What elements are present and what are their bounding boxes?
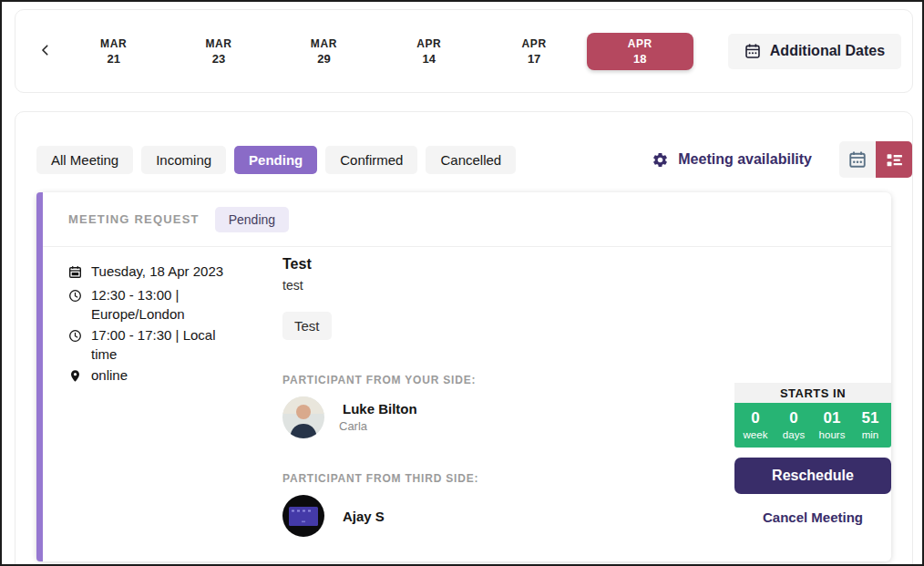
- meeting-tag: Test: [282, 312, 332, 340]
- countdown-timer: 0 week 0 days 01 hours 51 min: [734, 403, 891, 448]
- card-accent-bar: [36, 192, 43, 561]
- participant-name: Ajay S: [343, 509, 385, 524]
- cancel-meeting-link[interactable]: Cancel Meeting: [734, 509, 891, 525]
- meeting-request-label: MEETING REQUEST: [68, 212, 200, 226]
- meeting-request-card: MEETING REQUEST Pending Tuesday, 18 Apr …: [36, 192, 891, 561]
- meeting-date-row: Tuesday, 18 Apr 2023: [68, 262, 240, 284]
- meeting-location-row: online: [68, 365, 240, 388]
- date-day: 14: [423, 52, 436, 66]
- countdown-label: min: [851, 429, 889, 440]
- date-day: 23: [212, 52, 225, 66]
- date-month: MAR: [100, 37, 127, 50]
- countdown-value: 0: [736, 409, 775, 427]
- date-month: MAR: [205, 37, 231, 50]
- countdown-value: 0: [775, 409, 813, 427]
- clock-icon: [68, 288, 83, 324]
- date-tab-apr-17[interactable]: APR 17: [481, 26, 586, 77]
- view-toggle: [839, 141, 912, 178]
- date-day: 18: [633, 52, 646, 66]
- countdown-min: 51 min: [851, 409, 889, 440]
- participant-name: Luke Bilton: [343, 401, 417, 417]
- starts-in-header: STARTS IN: [734, 383, 891, 403]
- tab-confirmed[interactable]: Confirmed: [325, 146, 417, 174]
- calendar-icon: [744, 43, 761, 59]
- date-month: APR: [522, 37, 547, 50]
- date-tab-mar-29[interactable]: MAR 29: [272, 26, 376, 77]
- meeting-time-primary: 12:30 - 13:00 | Europe/London: [91, 285, 240, 324]
- your-side-label: PARTICIPANT FROM YOUR SIDE:: [282, 374, 674, 386]
- countdown-label: hours: [813, 429, 851, 440]
- meeting-subtitle: test: [282, 278, 674, 293]
- date-month: MAR: [311, 37, 337, 50]
- date-tab-mar-23[interactable]: MAR 23: [166, 26, 271, 77]
- additional-dates-label: Additional Dates: [770, 43, 885, 59]
- countdown-days: 0 days: [775, 409, 813, 440]
- countdown-value: 01: [813, 409, 851, 427]
- chevron-left-icon: [39, 44, 52, 59]
- meeting-local-time-row: 17:00 - 17:30 | Local time: [68, 325, 240, 365]
- countdown-hours: 01 hours: [813, 409, 851, 440]
- participant-subtitle: Carla: [339, 419, 417, 433]
- meeting-title: Test: [282, 256, 674, 273]
- additional-dates-button[interactable]: Additional Dates: [728, 34, 901, 69]
- clock-icon: [68, 328, 83, 365]
- calendar-icon: [68, 264, 83, 284]
- date-day: 21: [107, 52, 119, 66]
- list-view-icon: [886, 151, 903, 169]
- calendar-view-icon: [848, 150, 867, 169]
- countdown-label: week: [736, 429, 775, 440]
- date-month: APR: [416, 37, 441, 50]
- status-badge: Pending: [215, 207, 289, 232]
- tab-all-meeting[interactable]: All Meeting: [36, 146, 133, 174]
- date-navigation-bar: MAR 21 MAR 23 MAR 29 APR 14 APR 17 APR 1…: [15, 9, 913, 93]
- meeting-date: Tuesday, 18 Apr 2023: [91, 262, 223, 284]
- meeting-time-local: 17:00 - 17:30 | Local time: [91, 325, 240, 365]
- meeting-info: Test test Test PARTICIPANT FROM YOUR SID…: [282, 256, 674, 537]
- third-side-label: PARTICIPANT FROM THIRD SIDE:: [282, 472, 674, 485]
- avatar-ajay-s: [282, 495, 324, 537]
- calendar-view-button[interactable]: [839, 141, 876, 178]
- meeting-location: online: [91, 365, 128, 388]
- tab-incoming[interactable]: Incoming: [141, 146, 226, 174]
- list-view-button[interactable]: [876, 141, 912, 178]
- location-pin-icon: [68, 368, 83, 388]
- tab-pending[interactable]: Pending: [234, 146, 317, 174]
- tab-cancelled[interactable]: Cancelled: [426, 146, 516, 174]
- date-tab-apr-14[interactable]: APR 14: [376, 26, 481, 77]
- countdown-week: 0 week: [736, 409, 775, 440]
- date-month: APR: [628, 37, 652, 50]
- participant-third-side: Ajay S: [282, 495, 674, 537]
- card-header: MEETING REQUEST Pending: [36, 192, 891, 247]
- participant-name-block: Luke Bilton Carla: [343, 396, 417, 438]
- date-day: 17: [528, 52, 540, 66]
- reschedule-button[interactable]: Reschedule: [734, 458, 891, 494]
- date-tab-apr-18-selected[interactable]: APR 18: [587, 33, 693, 70]
- meetings-panel: All Meeting Incoming Pending Confirmed C…: [15, 111, 913, 566]
- meeting-details: Tuesday, 18 Apr 2023 12:30 - 13:00 | Eur…: [68, 262, 240, 388]
- meeting-filter-row: All Meeting Incoming Pending Confirmed C…: [36, 141, 912, 178]
- previous-dates-button[interactable]: [30, 36, 61, 67]
- gear-icon: [652, 151, 669, 169]
- date-tab-mar-21[interactable]: MAR 21: [61, 26, 166, 77]
- meeting-actions: STARTS IN 0 week 0 days 01 hours 51 min: [734, 383, 891, 525]
- meeting-time-row: 12:30 - 13:00 | Europe/London: [68, 285, 240, 324]
- meeting-availability-button[interactable]: Meeting availability: [652, 151, 812, 169]
- countdown-label: days: [775, 429, 813, 440]
- avatar-luke-bilton: [282, 396, 324, 438]
- meeting-availability-label: Meeting availability: [678, 151, 812, 168]
- participant-name-block: Ajay S: [343, 509, 385, 524]
- countdown-value: 51: [851, 409, 889, 427]
- participant-your-side: Luke Bilton Carla: [282, 396, 674, 438]
- date-day: 29: [317, 52, 330, 66]
